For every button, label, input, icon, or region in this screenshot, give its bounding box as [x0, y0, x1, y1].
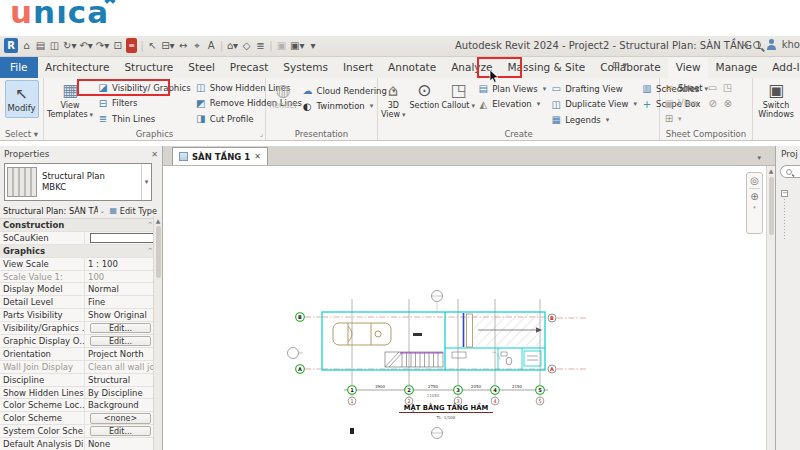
elevation-button[interactable]: ◭Elevation	[477, 97, 546, 113]
group-construction[interactable]: Construction	[0, 219, 162, 232]
color-scheme-button[interactable]: <none>	[90, 413, 151, 424]
separator[interactable]: |	[269, 38, 273, 53]
tab-annotate[interactable]: Annotate	[381, 57, 444, 78]
view-selector[interactable]: Structural Plan: SÀN TẦNG 1	[3, 206, 98, 216]
type-selector-dropdown-icon[interactable]: ▾	[141, 164, 151, 200]
view-on-sheet-button[interactable]: ▣View	[663, 96, 703, 112]
row-value[interactable]: 1 : 100	[84, 258, 153, 270]
legends-button[interactable]: ▦Legends	[550, 112, 637, 128]
canvas-scrollbar[interactable]: ▲	[766, 166, 775, 450]
row-value[interactable]: Project North	[84, 348, 153, 360]
thin-lines-icon[interactable]: ≣	[255, 38, 266, 53]
zoom-tool-icon[interactable]: ⊕	[750, 191, 758, 202]
drawing-area[interactable]: SÀN TẦNG 1 ✕ ▾	[163, 146, 775, 450]
row-value[interactable]: By Discipline	[84, 387, 153, 399]
tab-architecture[interactable]: Architecture	[38, 57, 117, 78]
view-selector-caret-icon[interactable]: ⌄	[100, 207, 105, 214]
row-value[interactable]: Background	[84, 399, 153, 411]
sheet-button[interactable]: ▱Sheet	[663, 80, 703, 96]
dynamo-icon[interactable]: ≡	[126, 38, 137, 53]
navbar-expand-icon[interactable]: ▾	[753, 204, 756, 210]
search-icon[interactable]	[753, 41, 761, 49]
row-value[interactable]: Show Original	[84, 309, 153, 321]
sheet-tools-row1[interactable]: ▭◳	[707, 80, 734, 96]
customize-qat-icon[interactable]: ▾	[307, 38, 318, 53]
project-browser-search-input[interactable]	[780, 165, 800, 178]
view-title[interactable]: MẶT BẰNG TẦNG HẦM TL: 1/100	[399, 402, 493, 420]
tab-structure[interactable]: Structure	[117, 57, 181, 78]
tab-file[interactable]: File	[0, 57, 38, 78]
floor-plan-drawing[interactable]: 3900 2750 2050 2150 11050 1 2 3 4 5 1	[163, 166, 775, 450]
text-icon[interactable]: A	[206, 38, 217, 53]
open-icon[interactable]: ▤	[35, 38, 46, 53]
thin-lines-button[interactable]: ≣Thin Lines	[97, 111, 191, 127]
sheet-tools-row2[interactable]: ⊘⊗	[707, 96, 734, 112]
row-value[interactable]: None	[84, 438, 153, 450]
scroll-up-icon[interactable]: ▲	[154, 216, 162, 225]
edit-type-button[interactable]: ▦Edit Type	[107, 206, 159, 216]
redo-icon[interactable]: ↷▾	[96, 38, 109, 53]
tab-precast[interactable]: Precast	[222, 57, 276, 78]
save-icon[interactable]: ◫	[49, 38, 60, 53]
view-tab-san-tang-1[interactable]: SÀN TẦNG 1 ✕	[172, 147, 268, 165]
properties-scrollbar[interactable]: ▲	[153, 216, 162, 450]
default-3d-view-icon[interactable]: ⌂▾	[227, 38, 238, 53]
view-tab-close-icon[interactable]: ✕	[254, 152, 261, 161]
visibility-graphics-edit-button[interactable]: Edit...	[90, 323, 151, 334]
tab-manage[interactable]: Manage	[708, 57, 765, 78]
separator[interactable]: |	[140, 38, 144, 53]
filters-button[interactable]: ⊟Filters	[97, 96, 191, 112]
separator[interactable]: |	[220, 38, 224, 53]
print-icon[interactable]: ⊡	[112, 38, 123, 53]
project-browser-tree[interactable]: −	[781, 188, 800, 197]
dimension-line[interactable]: 3900 2750 2050 2150 11050	[344, 384, 548, 398]
drafting-view-button[interactable]: ▭Drafting View	[550, 81, 637, 97]
home-icon[interactable]: ⌂	[21, 38, 32, 53]
graphic-display-edit-button[interactable]: Edit...	[90, 336, 151, 347]
aligned-dimension-icon[interactable]: ↔	[178, 38, 189, 53]
properties-close-icon[interactable]: ✕	[151, 150, 158, 159]
view-tabs-menu-icon[interactable]: ▾	[757, 154, 761, 162]
tab-insert[interactable]: Insert	[335, 57, 380, 78]
car-symbol[interactable]	[333, 323, 391, 345]
tag-icon[interactable]: ⌖	[192, 38, 203, 53]
infocenter-collapse-icon[interactable]: ◄	[742, 41, 747, 49]
graphics-dialog-launcher[interactable]: ⌟	[260, 130, 263, 138]
row-value[interactable]: Fine	[84, 296, 153, 308]
tab-steel[interactable]: Steel	[181, 57, 223, 78]
canvas-scroll-thumb[interactable]	[769, 177, 774, 235]
modify-button[interactable]: ↖ Modify	[5, 80, 39, 118]
duplicate-view-button[interactable]: ◫Duplicate View	[550, 97, 637, 113]
plan-views-button[interactable]: ▤Plan Views	[477, 81, 546, 97]
section-button[interactable]: ⊙ Section	[410, 80, 440, 110]
system-color-edit-button[interactable]: Edit...	[90, 426, 151, 437]
ribbon-display-toggle[interactable]: ⊡ ▾	[612, 60, 627, 70]
canvas-scroll-up-icon[interactable]: ▲	[767, 166, 775, 176]
switch-windows-button[interactable]: ▣ Switch Windows	[756, 80, 796, 119]
tab-massing-site[interactable]: Massing & Site	[500, 57, 593, 78]
tree-collapse-icon[interactable]: −	[781, 190, 788, 197]
elevation-markers[interactable]	[288, 291, 443, 439]
row-value[interactable]: Normal	[84, 283, 153, 295]
panel-select-label[interactable]: Select ▾	[0, 128, 43, 140]
sync-icon[interactable]: ↻▾	[63, 38, 76, 53]
section-icon[interactable]: ◇	[241, 38, 252, 53]
visibility-graphics-button[interactable]: ◪Visibility/ Graphics	[97, 80, 191, 96]
tab-addins[interactable]: Add-Ins	[765, 57, 800, 78]
revit-app-button[interactable]: R	[4, 38, 18, 53]
callout-button[interactable]: ◳ Callout	[443, 80, 473, 110]
3d-view-button[interactable]: ⌂ 3D View	[381, 80, 406, 119]
stairs[interactable]	[385, 352, 443, 367]
switch-windows-icon[interactable]: ▣▾	[290, 38, 304, 53]
socaukien-input[interactable]	[90, 233, 153, 243]
signed-in-user[interactable]: khoa	[782, 39, 800, 50]
measure-icon[interactable]: ⊟▾	[161, 38, 174, 53]
ramp-hatch[interactable]	[474, 314, 543, 346]
guide-grid-button[interactable]: ⊞▾	[663, 111, 703, 127]
type-selector[interactable]: Structural Plan MBKC ▾	[4, 163, 152, 201]
close-inactive-windows-icon[interactable]: ▣	[276, 38, 287, 53]
tab-systems[interactable]: Systems	[276, 57, 336, 78]
modify-cursor-icon[interactable]: ↖	[147, 38, 158, 53]
steering-wheel-icon[interactable]: ◎	[750, 175, 759, 186]
user-avatar-icon[interactable]	[766, 39, 777, 50]
